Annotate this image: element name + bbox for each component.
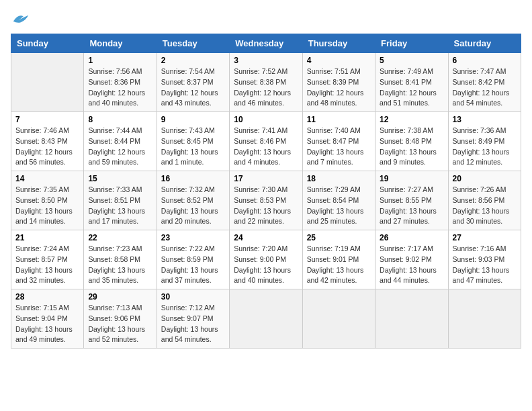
calendar-cell: 18Sunrise: 7:29 AMSunset: 8:54 PMDayligh… (302, 171, 375, 230)
day-info: Sunrise: 7:13 AMSunset: 9:06 PMDaylight:… (88, 303, 152, 345)
day-info: Sunrise: 7:30 AMSunset: 8:53 PMDaylight:… (234, 185, 298, 227)
day-number: 17 (234, 174, 298, 183)
calendar-cell: 22Sunrise: 7:23 AMSunset: 8:58 PMDayligh… (84, 230, 157, 289)
calendar-cell: 17Sunrise: 7:30 AMSunset: 8:53 PMDayligh… (230, 171, 302, 230)
calendar-cell: 8Sunrise: 7:44 AMSunset: 8:44 PMDaylight… (84, 112, 157, 171)
calendar-week-row: 7Sunrise: 7:46 AMSunset: 8:43 PMDaylight… (11, 112, 521, 171)
day-info: Sunrise: 7:35 AMSunset: 8:50 PMDaylight:… (15, 185, 79, 227)
day-number: 27 (453, 233, 517, 242)
day-info: Sunrise: 7:46 AMSunset: 8:43 PMDaylight:… (15, 126, 79, 168)
day-info: Sunrise: 7:41 AMSunset: 8:46 PMDaylight:… (234, 126, 298, 168)
day-info: Sunrise: 7:38 AMSunset: 8:48 PMDaylight:… (380, 126, 443, 168)
calendar-cell: 12Sunrise: 7:38 AMSunset: 8:48 PMDayligh… (375, 112, 448, 171)
day-number: 19 (380, 174, 443, 183)
calendar-cell: 29Sunrise: 7:13 AMSunset: 9:06 PMDayligh… (84, 289, 157, 349)
calendar-cell: 2Sunrise: 7:54 AMSunset: 8:37 PMDaylight… (157, 53, 229, 112)
day-header-friday: Friday (375, 34, 448, 53)
day-info: Sunrise: 7:29 AMSunset: 8:54 PMDaylight:… (307, 185, 371, 227)
day-info: Sunrise: 7:15 AMSunset: 9:04 PMDaylight:… (15, 303, 79, 345)
day-number: 29 (88, 292, 152, 302)
day-info: Sunrise: 7:49 AMSunset: 8:41 PMDaylight:… (380, 66, 443, 109)
calendar-cell: 7Sunrise: 7:46 AMSunset: 8:43 PMDaylight… (11, 112, 84, 171)
calendar-cell: 11Sunrise: 7:40 AMSunset: 8:47 PMDayligh… (302, 112, 375, 171)
day-number: 6 (453, 56, 517, 65)
day-info: Sunrise: 7:43 AMSunset: 8:45 PMDaylight:… (161, 126, 225, 168)
calendar-cell (448, 289, 521, 349)
calendar-week-row: 1Sunrise: 7:56 AMSunset: 8:36 PMDaylight… (11, 53, 521, 112)
day-header-wednesday: Wednesday (230, 34, 302, 53)
calendar-cell (302, 289, 375, 349)
calendar-header-row: SundayMondayTuesdayWednesdayThursdayFrid… (11, 34, 521, 53)
day-number: 25 (307, 233, 371, 242)
calendar-cell: 16Sunrise: 7:32 AMSunset: 8:52 PMDayligh… (157, 171, 229, 230)
day-info: Sunrise: 7:20 AMSunset: 9:00 PMDaylight:… (234, 244, 298, 286)
day-info: Sunrise: 7:24 AMSunset: 8:57 PMDaylight:… (15, 244, 79, 286)
calendar-cell: 3Sunrise: 7:52 AMSunset: 8:38 PMDaylight… (230, 53, 302, 112)
day-info: Sunrise: 7:44 AMSunset: 8:44 PMDaylight:… (88, 126, 152, 168)
day-header-saturday: Saturday (448, 34, 521, 53)
day-number: 22 (88, 233, 152, 242)
calendar-cell: 25Sunrise: 7:19 AMSunset: 9:01 PMDayligh… (302, 230, 375, 289)
day-number: 12 (380, 115, 443, 124)
day-number: 1 (88, 56, 152, 65)
calendar-week-row: 28Sunrise: 7:15 AMSunset: 9:04 PMDayligh… (11, 289, 521, 349)
day-number: 11 (307, 115, 371, 124)
day-number: 30 (161, 292, 225, 302)
day-info: Sunrise: 7:17 AMSunset: 9:02 PMDaylight:… (380, 244, 443, 286)
day-info: Sunrise: 7:54 AMSunset: 8:37 PMDaylight:… (161, 66, 225, 109)
calendar-cell: 10Sunrise: 7:41 AMSunset: 8:46 PMDayligh… (230, 112, 302, 171)
day-number: 16 (161, 174, 225, 183)
day-info: Sunrise: 7:56 AMSunset: 8:36 PMDaylight:… (88, 66, 152, 109)
calendar-cell: 1Sunrise: 7:56 AMSunset: 8:36 PMDaylight… (84, 53, 157, 112)
day-info: Sunrise: 7:33 AMSunset: 8:51 PMDaylight:… (88, 185, 152, 227)
calendar-cell: 15Sunrise: 7:33 AMSunset: 8:51 PMDayligh… (84, 171, 157, 230)
day-header-sunday: Sunday (11, 34, 84, 53)
day-number: 15 (88, 174, 152, 183)
day-number: 23 (161, 233, 225, 242)
calendar-cell: 13Sunrise: 7:36 AMSunset: 8:49 PMDayligh… (448, 112, 521, 171)
calendar-cell: 19Sunrise: 7:27 AMSunset: 8:55 PMDayligh… (375, 171, 448, 230)
calendar-cell: 4Sunrise: 7:51 AMSunset: 8:39 PMDaylight… (302, 53, 375, 112)
calendar-cell (230, 289, 302, 349)
day-info: Sunrise: 7:26 AMSunset: 8:56 PMDaylight:… (453, 185, 517, 227)
day-number: 8 (88, 115, 152, 124)
day-number: 7 (15, 115, 79, 124)
day-info: Sunrise: 7:52 AMSunset: 8:38 PMDaylight:… (234, 66, 298, 109)
day-info: Sunrise: 7:47 AMSunset: 8:42 PMDaylight:… (453, 66, 517, 109)
calendar-cell: 30Sunrise: 7:12 AMSunset: 9:07 PMDayligh… (157, 289, 229, 349)
day-info: Sunrise: 7:40 AMSunset: 8:47 PMDaylight:… (307, 126, 371, 168)
day-number: 13 (453, 115, 517, 124)
day-number: 28 (15, 292, 79, 302)
day-info: Sunrise: 7:32 AMSunset: 8:52 PMDaylight:… (161, 185, 225, 227)
day-header-tuesday: Tuesday (157, 34, 229, 53)
day-info: Sunrise: 7:23 AMSunset: 8:58 PMDaylight:… (88, 244, 152, 286)
day-number: 14 (15, 174, 79, 183)
day-number: 5 (380, 56, 443, 65)
calendar-cell: 28Sunrise: 7:15 AMSunset: 9:04 PMDayligh… (11, 289, 84, 349)
day-number: 18 (307, 174, 371, 183)
calendar-cell: 6Sunrise: 7:47 AMSunset: 8:42 PMDaylight… (448, 53, 521, 112)
day-number: 3 (234, 56, 298, 65)
day-number: 20 (453, 174, 517, 183)
day-info: Sunrise: 7:16 AMSunset: 9:03 PMDaylight:… (453, 244, 517, 286)
day-info: Sunrise: 7:27 AMSunset: 8:55 PMDaylight:… (380, 185, 443, 227)
day-header-monday: Monday (84, 34, 157, 53)
calendar-cell: 27Sunrise: 7:16 AMSunset: 9:03 PMDayligh… (448, 230, 521, 289)
day-info: Sunrise: 7:22 AMSunset: 8:59 PMDaylight:… (161, 244, 225, 286)
calendar-week-row: 21Sunrise: 7:24 AMSunset: 8:57 PMDayligh… (11, 230, 521, 289)
calendar-cell: 20Sunrise: 7:26 AMSunset: 8:56 PMDayligh… (448, 171, 521, 230)
day-number: 4 (307, 56, 371, 65)
calendar-cell (11, 53, 84, 112)
day-number: 10 (234, 115, 298, 124)
calendar-week-row: 14Sunrise: 7:35 AMSunset: 8:50 PMDayligh… (11, 171, 521, 230)
calendar-table: SundayMondayTuesdayWednesdayThursdayFrid… (11, 34, 521, 349)
calendar-cell: 5Sunrise: 7:49 AMSunset: 8:41 PMDaylight… (375, 53, 448, 112)
day-info: Sunrise: 7:51 AMSunset: 8:39 PMDaylight:… (307, 66, 371, 109)
page-header (11, 11, 521, 27)
logo (11, 11, 34, 27)
day-number: 21 (15, 233, 79, 242)
logo-bird-icon (11, 11, 31, 27)
calendar-cell: 23Sunrise: 7:22 AMSunset: 8:59 PMDayligh… (157, 230, 229, 289)
calendar-cell: 9Sunrise: 7:43 AMSunset: 8:45 PMDaylight… (157, 112, 229, 171)
day-number: 9 (161, 115, 225, 124)
